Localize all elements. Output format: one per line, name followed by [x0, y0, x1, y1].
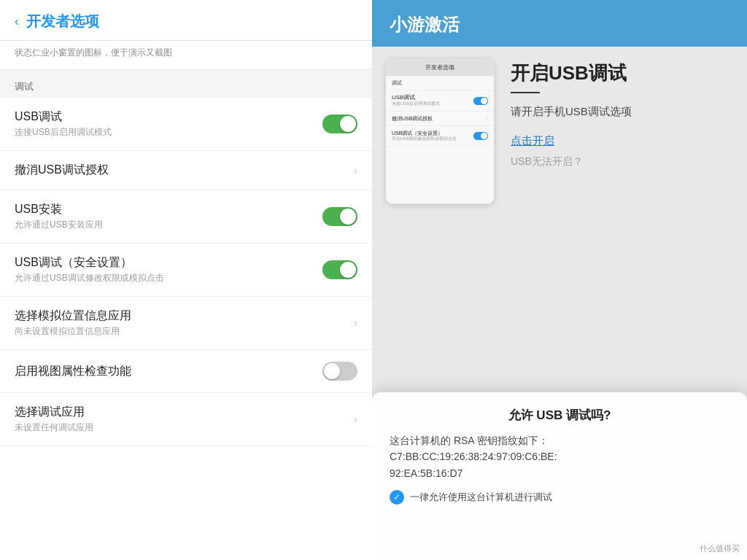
dialog-checkbox[interactable]: ✓ — [390, 490, 404, 505]
view-attr-toggle[interactable] — [322, 362, 357, 381]
revoke-usb-title: 撤消USB调试授权 — [15, 163, 354, 178]
usb-debug-safe-desc: 允许通过USB调试修改权限或模拟点击 — [15, 272, 322, 284]
watermark: 什么值得买 — [700, 543, 740, 554]
setting-item-usb-install[interactable]: USB安装 允许通过USB安装应用 — [0, 190, 372, 244]
phone-screen-header: 开发者选项 — [386, 59, 494, 76]
left-title: 开发者选项 — [26, 12, 99, 31]
dialog-checkbox-row[interactable]: ✓ 一律允许使用这台计算机进行调试 — [390, 490, 729, 505]
back-icon[interactable]: ‹ — [15, 14, 19, 29]
usb-debug-title-right: 开启USB调试 — [511, 61, 732, 86]
left-header: ‹ 开发者选项 — [0, 0, 372, 41]
phone-screenshot: 开发者选项 调试 USB调试 连接USB后启用调试模式 撤消USB调试授权 › — [385, 58, 495, 204]
phone-mini-toggle-safe — [473, 132, 488, 140]
usb-debug-safe-title: USB调试（安全设置） — [15, 255, 322, 271]
usb-install-title: USB安装 — [15, 202, 322, 217]
setting-item-mock-location[interactable]: 选择模拟位置信息应用 尚未设置模拟位置信息应用 › — [0, 297, 372, 350]
usb-debug-toggle[interactable] — [322, 114, 357, 133]
left-subtitle: 状态仁业小窗置的图标，便于演示又截图 — [0, 41, 372, 70]
mock-location-desc: 尚未设置模拟位置信息应用 — [15, 325, 354, 338]
usb-debug-desc-right: 请开启手机USB调试选项 — [511, 104, 732, 120]
view-attr-title: 启用视图属性检查功能 — [15, 364, 322, 379]
usb-install-toggle[interactable] — [322, 207, 357, 226]
debug-app-title: 选择调试应用 — [15, 405, 354, 420]
dialog-title: 允许 USB 调试吗? — [390, 407, 729, 424]
usb-dialog: 允许 USB 调试吗? 这台计算机的 RSA 密钥指纹如下：C7:BB:CC:1… — [372, 392, 747, 560]
debug-app-chevron: › — [354, 413, 357, 426]
setting-item-debug-app[interactable]: 选择调试应用 未设置任何调试应用 › — [0, 393, 372, 446]
usb-debug-safe-toggle[interactable] — [322, 260, 357, 279]
setting-item-revoke-usb[interactable]: 撤消USB调试授权 › — [0, 151, 372, 190]
right-top-title: 小游激活 — [390, 13, 729, 36]
revoke-usb-chevron: › — [354, 164, 357, 177]
phone-screen-item-label: 调试 — [386, 76, 494, 90]
dialog-check-icon: ✓ — [393, 492, 400, 502]
section-debug-label: 调试 — [0, 70, 372, 98]
usb-debug-desc: 连接USB后启用调试模式 — [15, 126, 322, 139]
right-panel: 小游激活 开发者选项 调试 USB调试 连接USB后启用调试模式 — [372, 0, 747, 560]
phone-screen-item-safe: USB调试（安全设置） 开始USB调试修改权限或模拟点击 — [386, 126, 494, 146]
usb-cant-open: USB无法开启？ — [511, 155, 732, 168]
left-panel: ‹ 开发者选项 状态仁业小窗置的图标，便于演示又截图 调试 USB调试 连接US… — [0, 0, 372, 560]
usb-open-link[interactable]: 点击开启 — [511, 134, 732, 148]
debug-app-desc: 未设置任何调试应用 — [15, 421, 354, 434]
mock-location-chevron: › — [354, 316, 357, 330]
setting-item-usb-debug[interactable]: USB调试 连接USB后启用调试模式 — [0, 98, 372, 151]
phone-screen-item-revoke: 撤消USB调试授权 › — [386, 112, 494, 126]
usb-debug-title: USB调试 — [15, 109, 322, 125]
setting-item-view-attr[interactable]: 启用视图属性检查功能 — [0, 350, 372, 393]
right-top: 小游激活 — [372, 0, 747, 47]
usb-debug-divider — [511, 92, 540, 93]
phone-screen-item-usb: USB调试 连接USB后启用调试模式 — [386, 90, 494, 112]
usb-install-desc: 允许通过USB安装应用 — [15, 219, 322, 231]
settings-list: USB调试 连接USB后启用调试模式 撤消USB调试授权 › USB安装 允许通… — [0, 98, 372, 560]
mock-location-title: 选择模拟位置信息应用 — [15, 308, 354, 324]
setting-item-usb-debug-safe[interactable]: USB调试（安全设置） 允许通过USB调试修改权限或模拟点击 — [0, 244, 372, 297]
phone-chevron-revoke: › — [486, 115, 488, 122]
phone-mini-toggle-usb — [473, 97, 488, 105]
dialog-rsa-text: 这台计算机的 RSA 密钥指纹如下：C7:BB:CC:19:26:38:24:9… — [390, 432, 729, 481]
dialog-checkbox-label: 一律允许使用这台计算机进行调试 — [410, 491, 552, 504]
